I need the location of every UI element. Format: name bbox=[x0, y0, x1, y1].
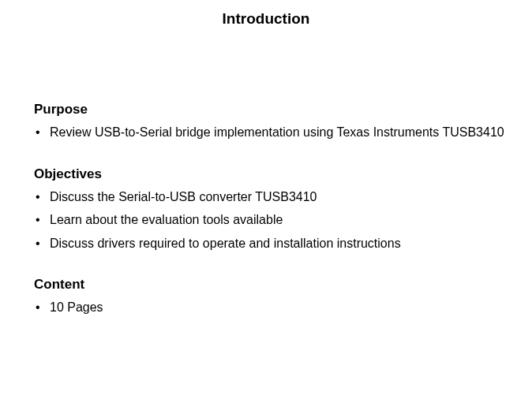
content-list: 10 Pages bbox=[34, 299, 507, 316]
list-item: Discuss the Serial-to-USB converter TUSB… bbox=[34, 188, 507, 206]
purpose-heading: Purpose bbox=[34, 102, 507, 117]
list-item: 10 Pages bbox=[34, 299, 507, 316]
slide-title: Introduction bbox=[0, 0, 532, 28]
list-item: Review USB-to-Serial bridge implementati… bbox=[34, 124, 507, 141]
content-section: Content 10 Pages bbox=[34, 277, 507, 316]
objectives-heading: Objectives bbox=[34, 166, 507, 182]
purpose-list: Review USB-to-Serial bridge implementati… bbox=[34, 124, 507, 141]
purpose-section: Purpose Review USB-to-Serial bridge impl… bbox=[34, 102, 507, 141]
content-heading: Content bbox=[34, 277, 507, 293]
list-item: Learn about the evaluation tools availab… bbox=[34, 211, 507, 229]
objectives-section: Objectives Discuss the Serial-to-USB con… bbox=[34, 166, 507, 252]
list-item: Discuss drivers required to operate and … bbox=[34, 235, 507, 252]
content-area: Purpose Review USB-to-Serial bridge impl… bbox=[0, 28, 532, 316]
objectives-list: Discuss the Serial-to-USB converter TUSB… bbox=[34, 188, 507, 252]
